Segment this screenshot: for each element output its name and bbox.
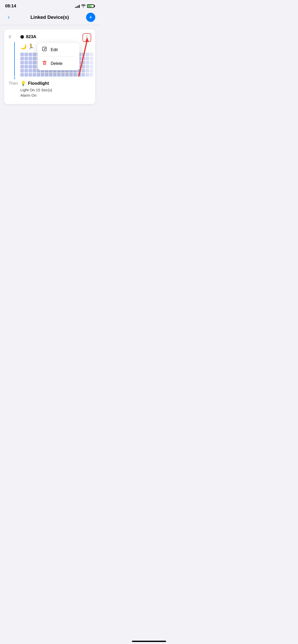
- more-options-button[interactable]: [83, 33, 91, 42]
- if-section: If 823A: [9, 34, 91, 39]
- signal-icon: [75, 4, 80, 8]
- if-label: If: [9, 34, 20, 39]
- edit-menu-item[interactable]: Edit: [37, 43, 79, 56]
- then-device-row: 💡 Floodlight: [20, 81, 91, 86]
- battery-icon: ⚡: [87, 4, 94, 8]
- trash-icon: [42, 60, 47, 67]
- edit-icon: [42, 47, 47, 53]
- moon-icon: 🌙: [20, 43, 27, 50]
- bulb-icon: 💡: [20, 81, 26, 86]
- dropdown-menu: Edit Delete: [37, 43, 79, 70]
- device-name: 823A: [26, 34, 36, 39]
- status-icons: ⚡: [75, 4, 94, 8]
- floodlight-name: Floodlight: [28, 81, 49, 86]
- main-content: Edit Delete If: [0, 25, 99, 108]
- back-button[interactable]: ‹: [4, 13, 13, 22]
- back-chevron-icon: ‹: [8, 14, 9, 20]
- timeline-left: [9, 42, 20, 77]
- timeline-line: [14, 42, 15, 77]
- wifi-icon: [81, 4, 86, 8]
- action-light-on: Light On 15 Sec(s): [20, 88, 91, 92]
- action-alarm-on: Alarm On: [20, 93, 91, 97]
- run-icon: 🏃: [28, 43, 34, 50]
- delete-menu-item[interactable]: Delete: [37, 57, 79, 70]
- add-button[interactable]: +: [86, 13, 95, 22]
- device-status-dot: [20, 35, 24, 39]
- nav-bar: ‹ Linked Device(s) +: [0, 11, 99, 25]
- edit-label: Edit: [51, 48, 58, 52]
- status-time: 08:14: [5, 4, 16, 9]
- device-card: Edit Delete If: [4, 29, 95, 104]
- then-content: 💡 Floodlight Light On 15 Sec(s) Alarm On: [20, 81, 91, 98]
- then-label: Then: [9, 81, 20, 86]
- device-info-row: 823A: [20, 34, 36, 39]
- delete-label: Delete: [51, 61, 62, 66]
- page-title: Linked Device(s): [13, 14, 86, 20]
- plus-icon: +: [89, 14, 92, 20]
- status-bar: 08:14 ⚡: [0, 0, 99, 11]
- then-section: Then 💡 Floodlight Light On 15 Sec(s) Ala…: [9, 81, 91, 98]
